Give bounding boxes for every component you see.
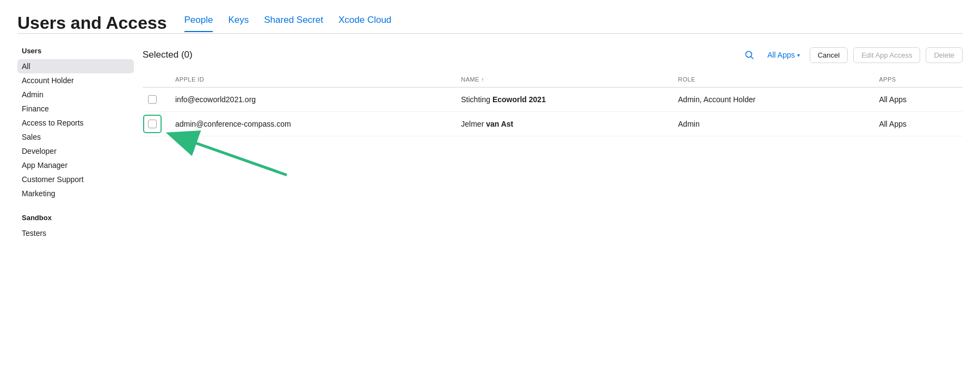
selected-count: Selected (0) xyxy=(143,49,735,60)
nav-xcode-cloud[interactable]: Xcode Cloud xyxy=(338,15,391,32)
row2-checkbox[interactable] xyxy=(148,120,157,128)
row2-name-bold: van Ast xyxy=(486,120,513,128)
row1-checkbox[interactable] xyxy=(148,95,157,104)
edit-app-access-button[interactable]: Edit App Access xyxy=(853,47,920,63)
delete-button[interactable]: Delete xyxy=(926,47,963,63)
sidebar-item-testers[interactable]: Testers xyxy=(17,226,134,240)
row2-checkbox-wrapper xyxy=(143,120,162,128)
search-icon xyxy=(744,50,754,60)
header: Users and Access People Keys Shared Secr… xyxy=(0,0,980,33)
sidebar-item-customer-support[interactable]: Customer Support xyxy=(17,172,134,186)
svg-point-0 xyxy=(746,52,752,58)
search-button[interactable] xyxy=(741,47,757,63)
row1-checkbox-cell xyxy=(143,88,169,112)
row2-apple-id: admin@conference-compass.com xyxy=(169,112,454,136)
nav-shared-secret[interactable]: Shared Secret xyxy=(264,15,323,32)
sidebar-item-access-to-reports[interactable]: Access to Reports xyxy=(17,116,134,130)
row2-name: Jelmer van Ast xyxy=(454,112,671,136)
sidebar-item-developer[interactable]: Developer xyxy=(17,144,134,158)
sidebar-item-marketing[interactable]: Marketing xyxy=(17,186,134,201)
col-apple-id: APPLE ID xyxy=(169,72,454,88)
sidebar-item-all[interactable]: All xyxy=(17,59,134,73)
users-table: APPLE ID NAME ↑ ROLE APPS in xyxy=(143,72,963,136)
all-apps-dropdown[interactable]: All Apps ▾ xyxy=(763,48,804,61)
content-area: Selected (0) All Apps ▾ Cancel Edit App … xyxy=(143,47,963,240)
col-name: NAME ↑ xyxy=(454,72,671,88)
row1-apple-id: info@ecoworld2021.org xyxy=(169,88,454,112)
arrow-line xyxy=(171,134,287,175)
sidebar-sandbox-title: Sandbox xyxy=(17,214,134,222)
row1-name: Stichting Ecoworld 2021 xyxy=(454,88,671,112)
sidebar: Users All Account Holder Admin Finance A… xyxy=(17,47,143,240)
sidebar-item-sales[interactable]: Sales xyxy=(17,130,134,144)
all-apps-label: All Apps xyxy=(767,51,795,59)
row2-role: Admin xyxy=(671,112,872,136)
chevron-down-icon: ▾ xyxy=(797,52,800,58)
table-body: info@ecoworld2021.org Stichting Ecoworld… xyxy=(143,88,963,136)
row1-checkbox-wrapper xyxy=(143,95,162,104)
toolbar-right: All Apps ▾ Cancel Edit App Access Delete xyxy=(741,47,963,63)
toolbar: Selected (0) All Apps ▾ Cancel Edit App … xyxy=(143,47,963,63)
nav-keys[interactable]: Keys xyxy=(228,15,249,32)
row1-role: Admin, Account Holder xyxy=(671,88,872,112)
col-checkbox xyxy=(143,72,169,88)
table-row: admin@conference-compass.com Jelmer van … xyxy=(143,112,963,136)
main-layout: Users All Account Holder Admin Finance A… xyxy=(0,34,980,253)
sidebar-item-admin[interactable]: Admin xyxy=(17,88,134,102)
row2-apps: All Apps xyxy=(872,112,963,136)
table-header: APPLE ID NAME ↑ ROLE APPS xyxy=(143,72,963,88)
row1-name-prefix: Stichting xyxy=(461,95,492,104)
cancel-button[interactable]: Cancel xyxy=(810,47,848,63)
row1-name-bold: Ecoworld 2021 xyxy=(492,95,546,104)
row1-apps: All Apps xyxy=(872,88,963,112)
col-apps: APPS xyxy=(872,72,963,88)
sidebar-item-finance[interactable]: Finance xyxy=(17,102,134,116)
nav-people[interactable]: People xyxy=(184,15,213,32)
sidebar-item-account-holder[interactable]: Account Holder xyxy=(17,73,134,88)
page-title: Users and Access xyxy=(17,13,167,33)
table-container: APPLE ID NAME ↑ ROLE APPS in xyxy=(143,72,963,136)
table-header-row: APPLE ID NAME ↑ ROLE APPS xyxy=(143,72,963,88)
row2-checkbox-cell xyxy=(143,112,169,136)
sidebar-users-title: Users xyxy=(17,47,134,55)
sidebar-item-app-manager[interactable]: App Manager xyxy=(17,158,134,172)
header-nav: People Keys Shared Secret Xcode Cloud xyxy=(184,15,392,32)
col-role: ROLE xyxy=(671,72,872,88)
row2-name-prefix: Jelmer xyxy=(461,120,486,128)
svg-line-1 xyxy=(751,57,754,59)
table-row: info@ecoworld2021.org Stichting Ecoworld… xyxy=(143,88,963,112)
